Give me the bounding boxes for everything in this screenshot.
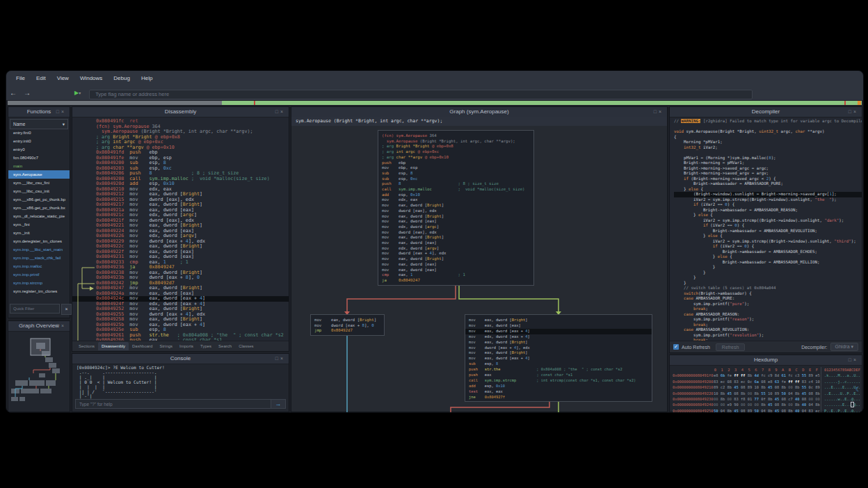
function-item[interactable]: sym.register_tm_clones bbox=[8, 287, 70, 295]
tab-strings[interactable]: Strings bbox=[156, 342, 176, 350]
graph-overview-header[interactable]: Graph Overview □× bbox=[8, 321, 70, 332]
tab-dashboard[interactable]: Dashboard bbox=[129, 342, 156, 350]
function-item[interactable]: sym.__x86.get_pc_thunk.bp bbox=[8, 195, 70, 204]
close-icon[interactable]: × bbox=[853, 357, 858, 362]
code-line: (fcn) sym.Aeropause 364 bbox=[382, 133, 530, 139]
function-item[interactable]: sym._dl_relocate_static_pie bbox=[8, 212, 70, 220]
close-icon[interactable]: × bbox=[659, 109, 664, 114]
hexdump-panel: Hexdump □× 0 1 2 3 4 5 6 7 8 9 A B C D E… bbox=[669, 355, 862, 412]
code-line: } bbox=[674, 265, 862, 270]
function-item[interactable]: sym._init bbox=[8, 229, 70, 237]
function-item[interactable]: sym._fini bbox=[8, 220, 70, 229]
tab-disassembly[interactable]: Disassembly bbox=[98, 342, 129, 350]
address-search-input[interactable] bbox=[89, 90, 753, 99]
seekbar[interactable] bbox=[8, 101, 862, 105]
tab-imports[interactable]: Imports bbox=[176, 342, 197, 350]
function-item[interactable]: fcn.080490c7 bbox=[8, 154, 70, 162]
decompiler-content[interactable]: // WARNING: [r2ghidra] Failed to match t… bbox=[670, 117, 862, 341]
close-icon[interactable]: × bbox=[61, 323, 66, 328]
menu-item-edit[interactable]: Edit bbox=[31, 71, 51, 86]
seekbar-section-green bbox=[222, 101, 862, 105]
function-item[interactable]: sym.imp.printf bbox=[8, 270, 70, 279]
quick-filter-input[interactable] bbox=[10, 304, 60, 314]
function-item[interactable]: entry.init0 bbox=[8, 137, 70, 145]
function-item[interactable]: sym.__x86.get_pc_thunk.bx bbox=[8, 204, 70, 212]
code-line: Bright->morning->saved_argv = argv; bbox=[674, 171, 862, 177]
graph-overview-map[interactable] bbox=[8, 332, 70, 412]
menu-item-view[interactable]: View bbox=[51, 71, 74, 86]
menu-item-debug[interactable]: Debug bbox=[108, 71, 136, 86]
tab-search[interactable]: Search bbox=[215, 342, 235, 350]
code-line: break; bbox=[674, 323, 862, 328]
graph-node-false-branch[interactable]: mov eax, dword [Bright]mov dword [eax + … bbox=[310, 314, 385, 336]
graph-canvas[interactable]: (fcn) sym.Aeropause 364 sym.Aeropause (B… bbox=[291, 126, 667, 412]
functions-list[interactable]: entry.fini0entry.init0entry0fcn.080490c7… bbox=[8, 129, 70, 301]
disassembly-content[interactable]: 0x080491fc ret(fcn) sym.Aeropause 364 sy… bbox=[72, 117, 289, 341]
code-line: Bright->ambassador = AMBASSADOR_PURE; bbox=[674, 181, 862, 187]
menu-item-help[interactable]: Help bbox=[136, 71, 158, 86]
decompiler-footer: ✓ Auto Refresh Refresh Decompiler: Ghidr… bbox=[670, 341, 862, 352]
graph-node-true-branch[interactable]: mov eax, dword [Bright]mov eax, dword [e… bbox=[465, 314, 652, 402]
code-line: mov edx, dword [argv] bbox=[382, 246, 530, 252]
auto-refresh-checkbox[interactable]: ✓ bbox=[673, 344, 679, 350]
graph-header[interactable]: Graph (sym.Aeropause) □× bbox=[291, 107, 667, 117]
graph-node-entry[interactable]: (fcn) sym.Aeropause 364 sym.Aeropause (B… bbox=[378, 130, 534, 286]
hexdump-header[interactable]: Hexdump □× bbox=[670, 355, 862, 366]
code-line: } bbox=[674, 270, 862, 276]
refresh-button[interactable]: Refresh bbox=[716, 343, 746, 351]
close-icon[interactable]: × bbox=[280, 109, 285, 114]
decompiler-header[interactable]: Decompiler □× bbox=[670, 107, 862, 117]
disassembly-header[interactable]: Disassembly □× bbox=[72, 107, 289, 117]
console-header[interactable]: Console □× bbox=[72, 354, 289, 364]
code-line: mov edx, dword [argc] bbox=[382, 225, 530, 230]
seekbar-tick bbox=[858, 101, 861, 105]
code-line: Bright->ambassador = AMBASSADOR_REASON; bbox=[674, 208, 862, 213]
seekbar-tick bbox=[844, 101, 846, 105]
tab-types[interactable]: Types bbox=[197, 342, 215, 350]
chevron-down-icon: ▾ bbox=[63, 120, 65, 129]
float-icon[interactable]: □ bbox=[654, 109, 659, 114]
tab-sections[interactable]: Sections bbox=[75, 342, 98, 350]
function-item[interactable]: sym.imp.malloc bbox=[8, 262, 70, 270]
functions-panel-header[interactable]: Functions □× bbox=[8, 107, 70, 117]
clear-filter-button[interactable]: × bbox=[61, 304, 72, 315]
close-icon[interactable]: × bbox=[280, 356, 285, 361]
forward-button[interactable]: → bbox=[20, 89, 34, 97]
function-item[interactable]: sym.imp.strcmp bbox=[8, 279, 70, 287]
code-line: sub esp, 8 bbox=[469, 361, 648, 367]
code-line: sym.imp.printf("revolution"); bbox=[674, 333, 862, 339]
run-dropdown-icon[interactable]: ▾ bbox=[79, 90, 81, 95]
float-icon[interactable]: □ bbox=[275, 356, 280, 361]
console-input[interactable] bbox=[75, 399, 271, 409]
decompiler-engine-select[interactable]: Ghidra ▾ bbox=[830, 343, 858, 351]
menu-item-file[interactable]: File bbox=[10, 71, 31, 86]
hexdump-content[interactable]: 0 1 2 3 4 5 6 7 8 9 A B C D E F012345678… bbox=[673, 367, 860, 410]
code-line: Bright->ambassador = AMBASSADOR_MILLION; bbox=[674, 260, 862, 266]
function-item[interactable]: sym.imp.__stack_chk_fail bbox=[8, 254, 70, 262]
function-item[interactable]: entry.fini0 bbox=[8, 129, 70, 137]
overview-viewport[interactable] bbox=[31, 339, 50, 355]
function-item[interactable]: sym.deregister_tm_clones bbox=[8, 237, 70, 245]
function-item[interactable]: main bbox=[8, 162, 70, 170]
console-submit-button[interactable]: → bbox=[271, 399, 286, 409]
float-icon[interactable]: □ bbox=[849, 357, 853, 362]
code-line: mov eax, dword [Bright] bbox=[382, 235, 530, 241]
menu-item-windows[interactable]: Windows bbox=[74, 71, 108, 86]
back-button[interactable]: ← bbox=[6, 89, 20, 97]
float-icon[interactable]: □ bbox=[849, 109, 853, 114]
function-item[interactable]: sym.imp.__libc_start_main bbox=[8, 245, 70, 254]
function-item[interactable]: sym.__libc_csu_fini bbox=[8, 179, 70, 187]
float-icon[interactable]: □ bbox=[56, 323, 61, 328]
functions-sort-label: Name bbox=[13, 120, 25, 129]
float-icon[interactable]: □ bbox=[56, 109, 61, 114]
function-item[interactable]: sym.Aeropause bbox=[8, 170, 70, 179]
functions-sort-select[interactable]: Name ▾ bbox=[10, 119, 68, 129]
function-item[interactable]: entry0 bbox=[8, 145, 70, 154]
float-icon[interactable]: □ bbox=[275, 109, 280, 114]
code-line: case AMBASSADOR_REVOLUTION: bbox=[674, 327, 862, 333]
tab-classes[interactable]: Classes bbox=[235, 342, 257, 350]
close-icon[interactable]: × bbox=[61, 109, 66, 114]
close-icon[interactable]: × bbox=[853, 109, 858, 114]
function-item[interactable]: sym.__libc_csu_init bbox=[8, 187, 70, 195]
code-line: break; bbox=[674, 307, 862, 312]
